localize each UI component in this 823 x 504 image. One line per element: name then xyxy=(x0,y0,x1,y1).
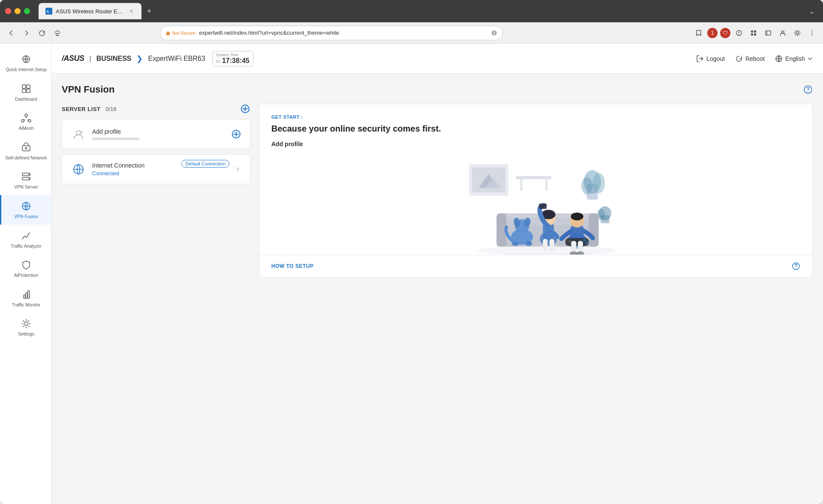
main-area: /ASUS | BUSINESS ❯ ExpertWiFi EBR63 Syst… xyxy=(51,44,823,504)
browser-titlebar: A ASUS Wireless Router Exper... ✕ + ⌄ xyxy=(0,0,823,22)
reload-button[interactable] xyxy=(36,27,48,39)
aimesh-icon xyxy=(20,112,32,124)
menu-button[interactable] xyxy=(806,27,818,39)
illustration-svg xyxy=(457,160,615,255)
toolbar-actions: 1 🛡 xyxy=(693,27,818,39)
tab-list-button[interactable]: ⌄ xyxy=(805,6,818,17)
add-profile-card[interactable]: Add profile xyxy=(62,119,250,149)
sidebar-item-quick-internet-setup[interactable]: Quick Internet Setup xyxy=(0,48,51,78)
sidebar-item-vpn-fusion[interactable]: VPN Fusion xyxy=(0,195,51,225)
app-header: /ASUS | BUSINESS ❯ ExpertWiFi EBR63 Syst… xyxy=(51,44,823,74)
svg-point-26 xyxy=(29,178,30,180)
vpn-fusion-icon xyxy=(20,200,32,212)
settings-icon xyxy=(20,318,32,330)
tab-close-button[interactable]: ✕ xyxy=(128,8,135,15)
page-content: VPN Fusion SERVER LIST 0/16 xyxy=(51,74,823,504)
svg-rect-5 xyxy=(751,33,753,36)
brand-logo: /ASUS xyxy=(62,54,84,63)
svg-rect-4 xyxy=(754,30,756,33)
add-server-button[interactable] xyxy=(240,104,250,114)
svg-rect-28 xyxy=(24,295,25,298)
minimize-button[interactable] xyxy=(15,8,21,14)
default-connection-badge: Default Connection xyxy=(181,160,229,168)
maximize-button[interactable] xyxy=(24,8,30,14)
system-time-label: System Time xyxy=(216,53,249,57)
address-bar[interactable]: Not Secure expertwifi.net/index.html?url… xyxy=(160,26,503,40)
sidebar-item-traffic-monitor[interactable]: Traffic Monitor xyxy=(0,283,51,313)
new-tab-button[interactable]: + xyxy=(143,5,155,17)
server-list-title: SERVER LIST xyxy=(62,106,101,112)
aiprotection-icon xyxy=(20,259,32,271)
page-header: VPN Fusion xyxy=(62,84,813,95)
svg-rect-7 xyxy=(766,31,771,35)
how-to-setup: HOW TO SETUP xyxy=(259,255,812,277)
sidebar: Quick Internet Setup Dashboard AiMesh xyxy=(0,44,51,504)
extension-icon-1[interactable]: 1 xyxy=(707,28,718,38)
browser-window: A ASUS Wireless Router Exper... ✕ + ⌄ No… xyxy=(0,0,823,504)
svg-rect-29 xyxy=(26,293,27,298)
language-label: English xyxy=(785,55,805,62)
settings-button[interactable] xyxy=(791,27,803,39)
sidebar-item-traffic-analyzer[interactable]: Traffic Analyzer xyxy=(0,225,51,254)
logout-button[interactable]: Logout xyxy=(696,55,725,63)
extension-icon-3[interactable] xyxy=(733,27,745,39)
sidebar-label-traffic-monitor: Traffic Monitor xyxy=(12,302,41,308)
sidebar-item-vpn-server[interactable]: VPN Server xyxy=(0,165,51,195)
sidebar-toggle-button[interactable] xyxy=(762,27,774,39)
right-panel-top: GET START : Because your online security… xyxy=(259,104,812,156)
app-content: Quick Internet Setup Dashboard AiMesh xyxy=(0,44,823,504)
svg-point-12 xyxy=(811,34,812,35)
sidebar-item-aiprotection[interactable]: AiProtection xyxy=(0,254,51,283)
how-to-setup-help-icon[interactable] xyxy=(792,262,800,270)
security-indicator: Not Secure xyxy=(165,30,195,36)
svg-point-19 xyxy=(21,120,24,122)
connection-icon xyxy=(71,162,86,177)
day-label: Fri xyxy=(216,60,221,64)
close-button[interactable] xyxy=(5,8,11,14)
browser-toolbar: Not Secure expertwifi.net/index.html?url… xyxy=(0,22,823,44)
self-defined-network-icon xyxy=(20,141,32,153)
sidebar-item-aimesh[interactable]: AiMesh xyxy=(0,107,51,136)
traffic-monitor-icon xyxy=(20,288,32,300)
sidebar-label-dashboard: Dashboard xyxy=(15,96,37,102)
svg-point-22 xyxy=(25,147,27,149)
sidebar-label-traffic-analyzer: Traffic Analyzer xyxy=(11,243,42,249)
logout-label: Logout xyxy=(706,55,725,62)
sidebar-item-settings[interactable]: Settings xyxy=(0,312,51,342)
bookmark-button[interactable] xyxy=(693,27,705,39)
svg-rect-43 xyxy=(520,179,523,191)
quick-internet-setup-icon xyxy=(20,53,32,65)
reboot-button[interactable]: Reboot xyxy=(735,55,765,63)
user-profile-button[interactable] xyxy=(777,27,789,39)
home-button[interactable] xyxy=(51,27,63,39)
sidebar-item-self-defined-network[interactable]: Self-defined Network xyxy=(0,136,51,166)
time-value: 17:38:45 xyxy=(222,57,249,64)
add-profile-plus-icon[interactable] xyxy=(231,129,241,139)
svg-rect-1 xyxy=(56,33,59,36)
dashboard-icon xyxy=(20,83,32,95)
svg-rect-14 xyxy=(22,85,26,88)
sidebar-item-dashboard[interactable]: Dashboard xyxy=(0,78,51,107)
brand-business: BUSINESS xyxy=(96,55,132,63)
connection-status: Connected xyxy=(92,170,228,177)
extension-icon-4[interactable] xyxy=(748,27,760,39)
brand-chevron-icon: ❯ xyxy=(136,54,143,63)
back-button[interactable] xyxy=(5,27,17,39)
language-selector[interactable]: English xyxy=(775,55,813,63)
sidebar-label-settings: Settings xyxy=(18,331,34,337)
svg-point-61 xyxy=(525,241,532,246)
forward-button[interactable] xyxy=(21,27,33,39)
browser-tab-active[interactable]: A ASUS Wireless Router Exper... ✕ xyxy=(39,3,141,19)
add-profile-icon xyxy=(71,126,86,142)
connection-card[interactable]: Default Connection Internet Connection C… xyxy=(62,154,250,184)
add-profile-link[interactable]: Add profile xyxy=(271,141,800,147)
sidebar-label-vpn-fusion: VPN Fusion xyxy=(14,214,38,219)
how-to-setup-label[interactable]: HOW TO SETUP xyxy=(271,263,313,269)
illustration-area xyxy=(259,156,812,255)
svg-point-60 xyxy=(512,241,519,246)
svg-point-76 xyxy=(583,239,586,241)
svg-point-11 xyxy=(811,32,812,33)
extension-icon-2[interactable]: 🛡 xyxy=(720,28,730,38)
page-help-icon[interactable] xyxy=(803,85,813,94)
svg-rect-55 xyxy=(589,213,599,247)
